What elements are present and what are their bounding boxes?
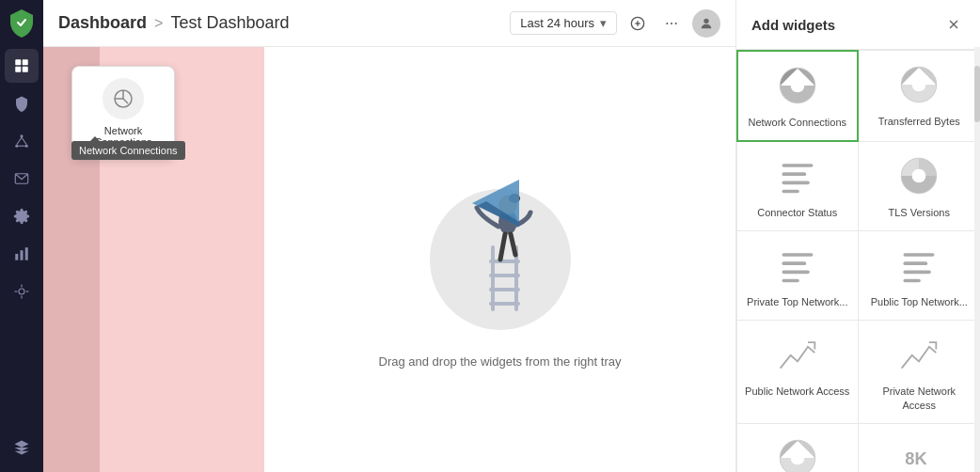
- sidebar-item-network[interactable]: [5, 124, 39, 158]
- connector-status-label: Connector Status: [757, 206, 837, 219]
- dashboard-content: Network Connections Network Connections: [43, 47, 735, 472]
- sidebar-item-plugins[interactable]: [5, 275, 39, 308]
- network-connections-icon: [775, 63, 820, 108]
- svg-rect-53: [782, 261, 806, 265]
- widget-cell-network-connections[interactable]: Network Connections Network Connections: [736, 50, 859, 142]
- sidebar-item-mail[interactable]: [5, 162, 39, 196]
- widget-cell-public-network-access[interactable]: Public Network Access: [736, 320, 859, 424]
- svg-point-22: [666, 23, 668, 24]
- private-top-network-label: Private Top Network...: [747, 295, 847, 308]
- chevron-down-icon: ▾: [600, 16, 607, 30]
- svg-rect-11: [15, 254, 18, 260]
- widget-cell-total-active-users[interactable]: 8K Total Active Users: [858, 423, 980, 472]
- svg-text:8K: 8K: [906, 448, 928, 468]
- svg-rect-47: [782, 172, 806, 176]
- svg-point-45: [912, 77, 926, 91]
- svg-rect-13: [25, 247, 28, 260]
- svg-point-24: [675, 23, 677, 24]
- svg-rect-49: [782, 189, 798, 193]
- widget-cell-connector-status[interactable]: Connector Status: [736, 141, 859, 231]
- svg-line-8: [22, 137, 26, 145]
- breadcrumb: Dashboard > Test Dashboard: [58, 13, 502, 33]
- breadcrumb-current: Test Dashboard: [170, 13, 289, 33]
- right-panel: Add widgets Network Connections Network …: [735, 0, 980, 472]
- svg-rect-54: [782, 271, 809, 275]
- main-area: Dashboard > Test Dashboard Last 24 hours…: [43, 0, 735, 472]
- widget-cell-private-network-access[interactable]: Private Network Access: [858, 320, 980, 424]
- public-top-network-label: Public Top Network...: [871, 295, 968, 308]
- sidebar-item-security[interactable]: [5, 87, 39, 120]
- svg-point-61: [790, 451, 804, 465]
- svg-point-4: [21, 134, 24, 137]
- svg-rect-32: [489, 274, 520, 277]
- sidebar-item-dashboard[interactable]: [5, 49, 39, 83]
- svg-rect-0: [15, 59, 21, 65]
- applied-network-icon: [775, 435, 820, 472]
- widget-cell-transferred-bytes[interactable]: Transferred Bytes: [858, 50, 980, 142]
- network-connections-label: Network Connections: [748, 116, 846, 129]
- widget-tooltip-popup: Network Connections: [71, 141, 185, 160]
- right-panel-title: Add widgets: [751, 17, 835, 33]
- breadcrumb-separator: >: [154, 15, 163, 32]
- public-top-network-icon: [896, 243, 941, 288]
- scrollbar[interactable]: [974, 47, 980, 472]
- private-network-access-icon: [896, 332, 941, 377]
- svg-rect-3: [23, 67, 28, 72]
- svg-line-7: [17, 137, 22, 145]
- svg-rect-34: [489, 302, 520, 306]
- private-network-access-label: Private Network Access: [866, 385, 972, 412]
- svg-rect-55: [782, 279, 798, 283]
- public-network-access-icon: [775, 332, 820, 377]
- svg-point-23: [671, 23, 672, 24]
- transferred-bytes-icon: [896, 62, 941, 107]
- widget-cell-private-top-network[interactable]: Private Top Network...: [736, 230, 859, 321]
- public-network-access-label: Public Network Access: [745, 385, 849, 398]
- user-avatar[interactable]: [692, 9, 720, 38]
- svg-point-14: [19, 289, 24, 294]
- tls-versions-label: TLS Versions: [889, 206, 950, 219]
- empty-illustration: [406, 151, 594, 339]
- connector-status-icon: [775, 153, 820, 198]
- svg-rect-2: [15, 67, 21, 72]
- add-widget-button[interactable]: [624, 10, 651, 37]
- svg-rect-57: [904, 261, 928, 265]
- sidebar-item-analytics[interactable]: [5, 237, 39, 271]
- svg-point-25: [703, 18, 708, 23]
- total-active-users-icon: 8K: [896, 435, 941, 472]
- widget-icon: [103, 78, 144, 119]
- breadcrumb-root[interactable]: Dashboard: [58, 13, 147, 33]
- svg-point-51: [912, 168, 926, 182]
- widgets-grid: Network Connections Network Connections: [736, 50, 980, 472]
- svg-rect-48: [782, 181, 809, 184]
- svg-rect-31: [489, 260, 520, 263]
- svg-rect-59: [904, 279, 921, 283]
- svg-rect-1: [23, 59, 28, 65]
- topbar: Dashboard > Test Dashboard Last 24 hours…: [43, 0, 735, 47]
- empty-state: Drag and drop the widgets from the right…: [264, 47, 735, 472]
- right-panel-header: Add widgets: [736, 0, 980, 50]
- empty-state-text: Drag and drop the widgets from the right…: [379, 354, 622, 369]
- svg-rect-52: [782, 253, 813, 257]
- sidebar-item-admin[interactable]: [5, 431, 39, 464]
- more-options-button[interactable]: [658, 10, 685, 37]
- time-selector[interactable]: Last 24 hours ▾: [510, 11, 617, 35]
- svg-rect-33: [489, 288, 520, 291]
- widget-cell-tls-versions[interactable]: TLS Versions: [858, 141, 980, 231]
- svg-rect-46: [782, 164, 813, 167]
- widget-cell-public-top-network[interactable]: Public Top Network...: [858, 230, 980, 321]
- svg-rect-12: [21, 250, 24, 260]
- transferred-bytes-label: Transferred Bytes: [878, 115, 960, 128]
- widget-cell-applied-network[interactable]: Applied Network Access Control...: [736, 423, 859, 472]
- svg-rect-56: [904, 253, 935, 257]
- time-selector-label: Last 24 hours: [520, 16, 594, 30]
- sidebar-item-settings-gear[interactable]: [5, 199, 39, 233]
- tls-versions-icon: [896, 153, 941, 198]
- private-top-network-icon: [775, 243, 820, 288]
- scroll-thumb[interactable]: [974, 66, 980, 122]
- topbar-controls: Last 24 hours ▾: [510, 9, 720, 38]
- svg-point-43: [790, 78, 804, 92]
- close-panel-button[interactable]: [942, 13, 965, 36]
- app-logo[interactable]: [7, 8, 37, 38]
- svg-rect-29: [491, 245, 495, 311]
- svg-rect-58: [904, 271, 931, 275]
